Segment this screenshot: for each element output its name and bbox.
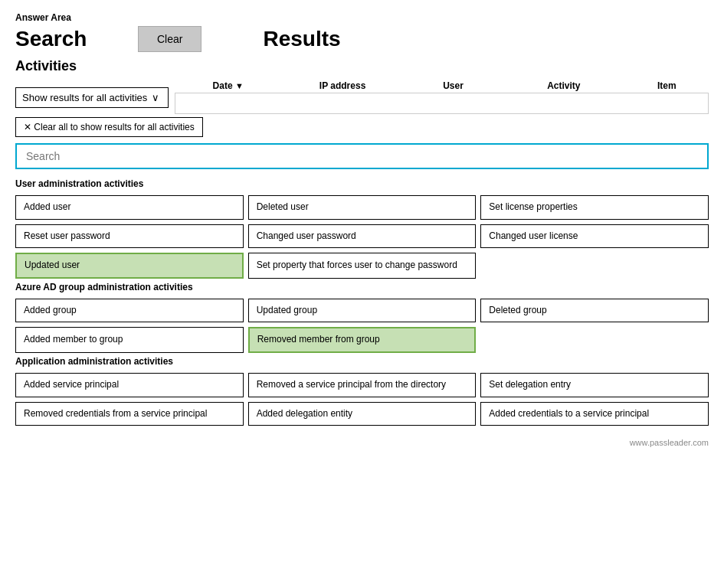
sort-arrow-icon: ▼	[235, 81, 244, 90]
azure-ad-section-label: Azure AD group administration activities	[15, 282, 709, 292]
activity-changed-user-password[interactable]: Changed user password	[248, 224, 477, 249]
activity-added-credentials-service-principal[interactable]: Added credentials to a service principal	[480, 402, 709, 426]
activity-added-user[interactable]: Added user	[15, 195, 244, 220]
app-admin-section-label: Application administration activities	[15, 356, 709, 367]
activity-set-delegation-entry[interactable]: Set delegation entry	[480, 373, 709, 397]
activity-set-force-password-change[interactable]: Set property that forces user to change …	[248, 253, 477, 279]
app-admin-activities-grid: Added service principal Removed a servic…	[15, 373, 709, 426]
activity-changed-user-license[interactable]: Changed user license	[480, 224, 709, 249]
activity-removed-service-principal[interactable]: Removed a service principal from the dir…	[248, 373, 477, 397]
col-header-item: Item	[636, 80, 697, 91]
chevron-down-icon: ∨	[152, 92, 159, 103]
col-header-user: User	[414, 80, 491, 91]
activity-removed-credentials-service-principal[interactable]: Removed credentials from a service princ…	[15, 402, 244, 426]
activity-filter-dropdown[interactable]: Show results for all activities ∨	[15, 87, 169, 108]
activity-deleted-user[interactable]: Deleted user	[248, 195, 477, 220]
watermark: www.passleader.com	[15, 438, 709, 447]
activity-set-license-properties[interactable]: Set license properties	[480, 195, 709, 220]
col-header-date: Date ▼	[186, 80, 270, 91]
user-admin-activities-grid: Added user Deleted user Set license prop…	[15, 195, 709, 279]
answer-area-label: Answer Area	[15, 12, 709, 23]
user-admin-section-label: User administration activities	[15, 178, 709, 189]
activity-removed-member-from-group[interactable]: Removed member from group	[248, 327, 477, 353]
activity-added-member-to-group[interactable]: Added member to group	[15, 327, 244, 353]
filter-label: Show results for all activities	[22, 92, 147, 103]
activity-placeholder-2	[480, 327, 709, 353]
activity-placeholder-1	[480, 253, 709, 279]
activity-updated-group[interactable]: Updated group	[248, 299, 477, 323]
activity-added-service-principal[interactable]: Added service principal	[15, 373, 244, 397]
clear-button[interactable]: Clear	[138, 26, 201, 52]
results-heading: Results	[263, 27, 340, 51]
activity-updated-user[interactable]: Updated user	[15, 253, 244, 279]
activity-added-delegation-entity[interactable]: Added delegation entity	[248, 402, 477, 426]
col-header-activity: Activity	[514, 80, 614, 91]
activity-added-group[interactable]: Added group	[15, 299, 244, 323]
search-heading: Search	[15, 27, 92, 51]
activity-reset-user-password[interactable]: Reset user password	[15, 224, 244, 249]
col-header-ip: IP address	[293, 80, 392, 91]
activities-label: Activities	[15, 58, 709, 74]
clear-filter-button[interactable]: ✕ Clear all to show results for all acti…	[15, 117, 203, 137]
activity-deleted-group[interactable]: Deleted group	[480, 299, 709, 323]
search-input[interactable]	[15, 143, 709, 169]
azure-ad-activities-grid: Added group Updated group Deleted group …	[15, 299, 709, 353]
results-area	[175, 93, 709, 114]
